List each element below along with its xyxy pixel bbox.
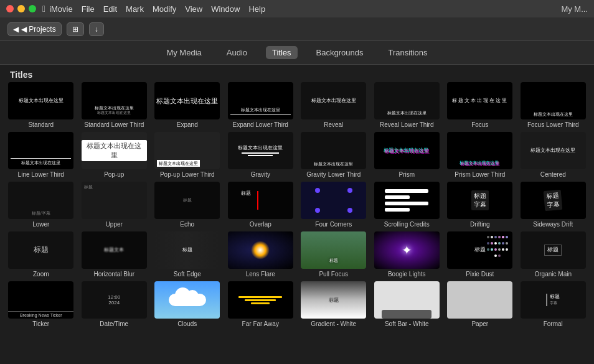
grid-item-horizontal-blur[interactable]: 标题文本Horizontal Blur (80, 231, 149, 278)
thumb-label-far-far-away: Far Far Away (242, 320, 279, 327)
menu-bar: iMovie File Edit Mark Modify View Window… (49, 4, 265, 14)
thumb-label-upper: Upper (106, 221, 123, 228)
thumb-label-formal: Formal (544, 320, 563, 327)
thumb-label-organic-main: Organic Main (535, 271, 572, 278)
grid-item-gradient-white[interactable]: 标题Gradient - White (299, 281, 369, 327)
tab-backgrounds[interactable]: Backgrounds (310, 46, 370, 59)
menu-help[interactable]: Help (248, 4, 265, 14)
thumb-label-soft-bar-white: Soft Bar - White (385, 320, 429, 327)
window-title: My M... (561, 4, 588, 14)
close-button[interactable] (6, 5, 14, 12)
thumb-label-expand-lower-third: Expand Lower Third (233, 121, 288, 128)
thumb-label-drifting: Drifting (470, 221, 490, 228)
thumb-label-prism-lower-third: Prism Lower Third (455, 171, 505, 178)
grid-item-zoom[interactable]: 标题Zoom (6, 231, 76, 278)
grid-item-focus-lower-third[interactable]: 标题文本出现在这里Focus Lower Third (519, 82, 588, 128)
grid-item-soft-edge[interactable]: 标题Soft Edge (153, 231, 222, 278)
grid-item-pop-up[interactable]: 标题文本出现在这里Pop-up (80, 132, 149, 178)
thumb-label-standard-lower-third: Standard Lower Third (84, 121, 144, 128)
titles-grid: 标题文本出现在这里Standard标题文本出现在这里标题文本出现在这里Stand… (6, 82, 588, 327)
grid-item-far-far-away[interactable]: Far Far Away (226, 281, 296, 327)
toolbar: ◀ ◀ Projects ⊞ ↓ (0, 17, 594, 41)
grid-item-reveal[interactable]: 标题文本出现在这里Reveal (299, 82, 369, 128)
thumb-label-zoom: Zoom (33, 271, 49, 278)
thumb-label-centered: Centered (540, 171, 566, 178)
grid-item-lower[interactable]: 标题/字幕Lower (6, 182, 76, 228)
grid-item-soft-bar-white[interactable]: Soft Bar - White (372, 281, 442, 327)
thumb-label-gravity: Gravity (250, 171, 270, 178)
back-icon: ◀ (13, 25, 19, 34)
grid-icon: ⊞ (72, 25, 78, 34)
grid-item-gravity[interactable]: 标题文本出现在这里Gravity (226, 132, 296, 178)
grid-item-centered[interactable]: 标题文本出现在这里Centered (519, 132, 588, 178)
thumb-label-overlap: Overlap (250, 221, 271, 228)
thumb-label-soft-edge: Soft Edge (174, 271, 201, 278)
grid-item-pop-up-lower-third[interactable]: 标题文本出现在这里Pop-up Lower Third (153, 132, 222, 178)
tab-transitions[interactable]: Transitions (382, 46, 433, 59)
thumb-label-focus-lower-third: Focus Lower Third (527, 121, 579, 128)
thumb-label-expand: Expand (177, 121, 198, 128)
thumb-label-standard: Standard (28, 121, 54, 128)
grid-item-pull-focus[interactable]: 标题Pull Focus (299, 231, 369, 278)
thumb-label-pop-up: Pop-up (104, 171, 124, 178)
grid-item-boogie-lights[interactable]: ✦Boogie Lights (372, 231, 442, 278)
grid-item-standard[interactable]: 标题文本出现在这里Standard (6, 82, 76, 128)
grid-view-button[interactable]: ⊞ (67, 22, 84, 36)
menu-mark[interactable]: Mark (126, 4, 144, 14)
thumb-label-gravity-lower-third: Gravity Lower Third (306, 171, 361, 178)
grid-item-focus[interactable]: 标题文本出现在这里Focus (445, 82, 515, 128)
grid-item-expand[interactable]: 标题文本出现在这里Expand (153, 82, 222, 128)
thumb-label-line-lower-third: Line Lower Third (18, 171, 64, 178)
grid-item-organic-main[interactable]: 标题Organic Main (519, 231, 588, 278)
grid-item-ticker[interactable]: Breaking News TickerTicker (6, 281, 76, 327)
grid-item-formal[interactable]: 标题字幕Formal (519, 281, 588, 327)
grid-item-echo[interactable]: 标题Echo (153, 182, 222, 228)
nav-tabs: My Media Audio Titles Backgrounds Transi… (0, 41, 594, 65)
menu-file[interactable]: File (82, 4, 95, 14)
menu-view[interactable]: View (185, 4, 202, 14)
thumb-label-ticker: Ticker (32, 320, 49, 327)
grid-item-gravity-lower-third[interactable]: 标题文本出现在这里Gravity Lower Third (299, 132, 369, 178)
grid-item-sideways-drift[interactable]: 标题字幕Sideways Drift (519, 182, 588, 228)
menu-imovie[interactable]: iMovie (49, 4, 73, 14)
thumb-label-scrolling-credits: Scrolling Credits (384, 221, 430, 228)
grid-item-date-time[interactable]: 12:002024Date/Time (80, 281, 149, 327)
menu-edit[interactable]: Edit (103, 4, 117, 14)
tab-audio[interactable]: Audio (220, 46, 253, 59)
menu-window[interactable]: Window (211, 4, 240, 14)
thumb-label-paper: Paper (471, 320, 488, 327)
thumb-label-reveal-lower-third: Reveal Lower Third (380, 121, 434, 128)
thumb-label-horizontal-blur: Horizontal Blur (93, 271, 134, 278)
thumb-label-lens-flare: Lens Flare (246, 271, 275, 278)
maximize-button[interactable] (29, 5, 36, 12)
projects-label: ◀ Projects (21, 25, 56, 34)
menu-modify[interactable]: Modify (153, 4, 176, 14)
grid-item-prism[interactable]: 标题文本出现在这里Prism (372, 132, 442, 178)
thumb-label-gradient-white: Gradient - White (311, 320, 356, 327)
grid-item-expand-lower-third[interactable]: 标题文本出现在这里Expand Lower Third (226, 82, 296, 128)
grid-item-four-corners[interactable]: Four Corners (299, 182, 369, 228)
grid-item-paper[interactable]: Paper (445, 281, 515, 327)
grid-item-reveal-lower-third[interactable]: 标题文本出现在这里Reveal Lower Third (372, 82, 442, 128)
grid-item-line-lower-third[interactable]: 标题文本出现在这里Line Lower Third (6, 132, 76, 178)
grid-item-standard-lower-third[interactable]: 标题文本出现在这里标题文本出现在这里Standard Lower Third (80, 82, 149, 128)
title-bar:  iMovie File Edit Mark Modify View Wind… (0, 0, 594, 17)
thumb-label-focus: Focus (471, 121, 488, 128)
thumb-label-sideways-drift: Sideways Drift (533, 221, 573, 228)
tab-titles[interactable]: Titles (266, 46, 298, 59)
thumb-label-reveal: Reveal (324, 121, 343, 128)
grid-item-lens-flare[interactable]: Lens Flare (226, 231, 296, 278)
minimize-button[interactable] (17, 5, 25, 12)
download-button[interactable]: ↓ (89, 22, 104, 36)
grid-item-prism-lower-third[interactable]: 标题文本出现在这里Prism Lower Third (445, 132, 515, 178)
grid-item-upper[interactable]: 标题Upper (80, 182, 149, 228)
projects-button[interactable]: ◀ ◀ Projects (7, 22, 62, 36)
grid-item-scrolling-credits[interactable]: Scrolling Credits (372, 182, 442, 228)
titles-grid-container[interactable]: 标题文本出现在这里Standard标题文本出现在这里标题文本出现在这里Stand… (0, 82, 594, 359)
apple-logo-icon:  (42, 4, 45, 14)
tab-my-media[interactable]: My Media (160, 46, 207, 59)
grid-item-overlap[interactable]: 标题Overlap (226, 182, 296, 228)
grid-item-pixie-dust[interactable]: 标题Pixie Dust (445, 231, 515, 278)
grid-item-drifting[interactable]: 标题字幕Drifting (445, 182, 515, 228)
grid-item-clouds[interactable]: Clouds (153, 281, 222, 327)
